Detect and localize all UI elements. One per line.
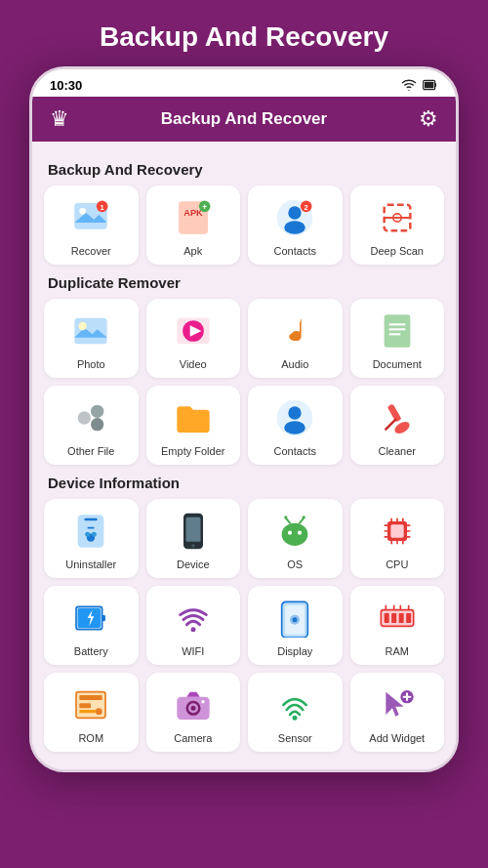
svg-point-96 xyxy=(96,708,102,715)
item-wifi[interactable]: WIFI xyxy=(146,586,241,665)
item-video[interactable]: Video xyxy=(146,299,241,378)
svg-point-35 xyxy=(91,418,103,431)
item-empty-folder[interactable]: Empty Folder xyxy=(146,386,241,465)
display-label: Display xyxy=(277,645,312,657)
empty-folder-label: Empty Folder xyxy=(161,445,224,457)
item-camera[interactable]: Camera xyxy=(146,673,241,752)
photo-label: Photo xyxy=(77,358,105,370)
camera-label: Camera xyxy=(174,732,212,744)
duplicate-grid: Photo Video xyxy=(44,299,444,465)
main-content: Backup And Recovery 1 xyxy=(32,142,456,769)
section-backup: Backup And Recovery 1 xyxy=(44,161,444,265)
section-duplicate: Duplicate Remover Photo xyxy=(44,274,444,465)
svg-rect-2 xyxy=(425,82,433,89)
svg-point-50 xyxy=(191,544,194,547)
svg-point-40 xyxy=(392,420,411,436)
item-recover[interactable]: 1 Recover xyxy=(44,186,139,265)
item-device[interactable]: Device xyxy=(146,499,241,578)
contacts-dup-label: Contacts xyxy=(274,445,316,457)
recover-label: Recover xyxy=(71,245,111,257)
svg-point-33 xyxy=(78,411,91,424)
svg-point-15 xyxy=(289,206,302,219)
os-label: OS xyxy=(287,558,303,570)
topbar: ♛ Backup And Recover ⚙ xyxy=(32,97,456,142)
item-apk[interactable]: APK + Apk xyxy=(146,186,241,265)
emptyfolder-icon xyxy=(171,395,216,440)
item-rom[interactable]: ROM xyxy=(44,673,139,752)
svg-point-24 xyxy=(79,322,87,330)
item-battery[interactable]: Battery xyxy=(44,586,139,665)
svg-line-41 xyxy=(386,420,395,430)
svg-point-34 xyxy=(91,405,103,418)
svg-point-57 xyxy=(303,516,305,518)
item-cpu[interactable]: CPU xyxy=(350,499,445,578)
svg-point-52 xyxy=(288,531,292,535)
other-file-label: Other File xyxy=(67,445,114,457)
item-audio[interactable]: Audio xyxy=(248,299,343,378)
svg-rect-95 xyxy=(80,710,97,713)
svg-point-53 xyxy=(298,531,302,535)
ram-icon xyxy=(375,596,420,641)
item-deep-scan[interactable]: Deep Scan xyxy=(350,186,445,265)
section-device-title: Device Information xyxy=(48,475,444,491)
recover-icon: 1 xyxy=(68,195,113,240)
svg-point-37 xyxy=(289,406,302,419)
svg-rect-85 xyxy=(398,613,403,623)
wifi-status-icon xyxy=(401,77,417,93)
svg-point-0 xyxy=(408,90,409,91)
svg-text:2: 2 xyxy=(305,203,308,212)
svg-point-38 xyxy=(284,421,305,434)
section-duplicate-title: Duplicate Remover xyxy=(48,274,444,291)
svg-point-6 xyxy=(80,208,87,215)
deepscan-label: Deep Scan xyxy=(371,245,424,257)
status-time: 10:30 xyxy=(50,78,82,93)
item-display[interactable]: Display xyxy=(248,586,343,665)
uninstaller-label: Uninstaller xyxy=(65,558,116,570)
item-os[interactable]: OS xyxy=(248,499,343,578)
item-contacts-backup[interactable]: 2 Contacts xyxy=(248,186,343,265)
item-sensor[interactable]: Sensor xyxy=(248,673,343,752)
wifi-icon xyxy=(171,596,216,641)
svg-point-51 xyxy=(282,523,308,546)
page-title: Backup And Recovery xyxy=(100,0,388,66)
video-label: Video xyxy=(180,358,207,370)
item-ram[interactable]: RAM xyxy=(350,586,445,665)
item-photo[interactable]: Photo xyxy=(44,299,139,378)
document-label: Document xyxy=(373,358,422,370)
svg-point-80 xyxy=(293,617,298,622)
sensor-icon xyxy=(272,682,317,727)
item-other-file[interactable]: Other File xyxy=(44,386,139,465)
cpu-icon xyxy=(375,509,420,554)
svg-rect-94 xyxy=(80,703,92,708)
settings-icon[interactable]: ⚙ xyxy=(419,106,438,132)
cleaner-label: Cleaner xyxy=(378,445,416,457)
svg-rect-59 xyxy=(390,524,403,537)
audio-icon xyxy=(272,309,317,353)
backup-grid: 1 Recover APK + xyxy=(44,186,444,265)
display-icon xyxy=(272,596,317,641)
device-icon xyxy=(171,509,216,554)
svg-point-100 xyxy=(190,706,195,711)
item-cleaner[interactable]: Cleaner xyxy=(350,386,445,465)
device-label: Device xyxy=(177,558,210,570)
svg-rect-83 xyxy=(384,613,388,623)
svg-point-28 xyxy=(289,333,301,341)
cleaner-icon xyxy=(375,395,420,440)
item-add-widget[interactable]: Add Widget xyxy=(350,673,445,752)
battery-icon xyxy=(68,596,113,641)
rom-label: ROM xyxy=(78,732,103,744)
svg-point-46 xyxy=(92,532,97,537)
item-document[interactable]: Document xyxy=(350,299,445,378)
crown-icon: ♛ xyxy=(50,106,69,132)
svg-rect-22 xyxy=(75,318,107,345)
item-uninstaller[interactable]: Uninstaller xyxy=(44,499,139,578)
svg-point-16 xyxy=(284,221,305,233)
status-icons xyxy=(401,77,438,93)
svg-point-102 xyxy=(293,716,298,721)
item-contacts-dup[interactable]: Contacts xyxy=(248,386,343,465)
svg-line-54 xyxy=(286,518,290,523)
svg-rect-29 xyxy=(384,314,410,347)
section-backup-title: Backup And Recovery xyxy=(48,161,444,178)
svg-rect-93 xyxy=(80,695,102,700)
svg-line-55 xyxy=(300,518,304,523)
